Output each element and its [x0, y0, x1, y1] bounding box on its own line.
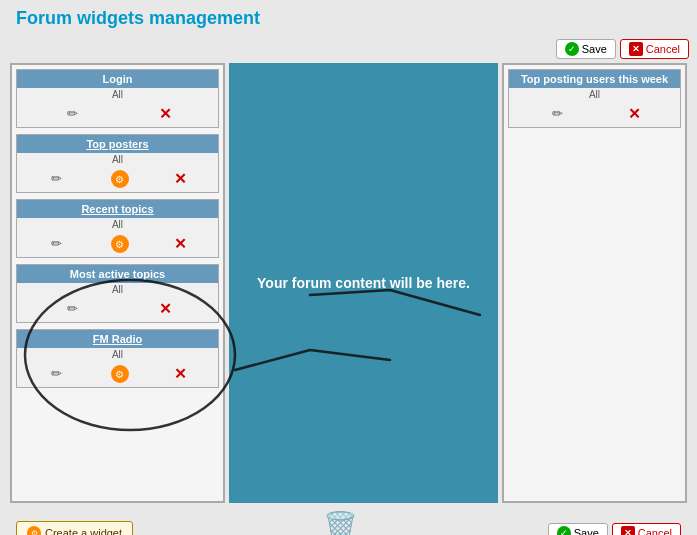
settings-icon[interactable]: ⚙ [111, 365, 129, 383]
edit-icon[interactable]: ✏ [64, 300, 82, 318]
widget-top-posters: Top posters All ✏ ⚙ ✕ [16, 134, 219, 193]
widget-login: Login All ✏ ✕ [16, 69, 219, 128]
delete-icon[interactable]: ✕ [628, 105, 641, 123]
bottom-save-button[interactable]: ✓ Save [548, 523, 608, 535]
widget-top-posters-actions: ✏ ⚙ ✕ [17, 166, 218, 192]
widget-recent-topics-header: Recent topics [17, 200, 218, 218]
create-widget-button[interactable]: ⚙ Create a widget [16, 521, 133, 535]
page-title: Forum widgets management [0, 0, 697, 35]
widget-fm-radio-actions: ✏ ⚙ ✕ [17, 361, 218, 387]
bottom-right-buttons: ✓ Save ✕ Cancel [548, 523, 681, 535]
top-bar: ✓ Save ✕ Cancel [0, 35, 697, 63]
widget-login-actions: ✏ ✕ [17, 101, 218, 127]
top-save-button[interactable]: ✓ Save [556, 39, 616, 59]
widget-most-active-topics-header: Most active topics [17, 265, 218, 283]
settings-icon[interactable]: ⚙ [111, 235, 129, 253]
basket-area: 🗑️ Basket [323, 513, 358, 535]
widget-top-posting-users-header: Top posting users this week [509, 70, 680, 88]
top-cancel-button[interactable]: ✕ Cancel [620, 39, 689, 59]
widget-recent-topics-actions: ✏ ⚙ ✕ [17, 231, 218, 257]
delete-icon[interactable]: ✕ [174, 365, 187, 383]
edit-icon[interactable]: ✏ [48, 170, 66, 188]
bottom-cancel-button[interactable]: ✕ Cancel [612, 523, 681, 535]
center-column: Your forum content will be here. [229, 63, 498, 503]
left-column: Login All ✏ ✕ Top posters All ✏ ⚙ ✕ [10, 63, 225, 503]
widget-most-active-topics-actions: ✏ ✕ [17, 296, 218, 322]
edit-icon[interactable]: ✏ [548, 105, 566, 123]
check-icon: ✓ [557, 526, 571, 535]
create-widget-icon: ⚙ [27, 526, 41, 535]
widget-top-posting-users: Top posting users this week All ✏ ✕ [508, 69, 681, 128]
widget-top-posters-header: Top posters [17, 135, 218, 153]
edit-icon[interactable]: ✏ [48, 235, 66, 253]
delete-icon[interactable]: ✕ [174, 170, 187, 188]
basket-icon: 🗑️ [323, 513, 358, 535]
edit-icon[interactable]: ✏ [48, 365, 66, 383]
x-icon: ✕ [621, 526, 635, 535]
x-icon: ✕ [629, 42, 643, 56]
delete-icon[interactable]: ✕ [159, 105, 172, 123]
bottom-bar: ⚙ Create a widget 🗑️ Basket ✓ Save ✕ Can… [0, 507, 697, 535]
edit-icon[interactable]: ✏ [64, 105, 82, 123]
settings-icon[interactable]: ⚙ [111, 170, 129, 188]
right-column: Top posting users this week All ✏ ✕ [502, 63, 687, 503]
check-icon: ✓ [565, 42, 579, 56]
delete-icon[interactable]: ✕ [159, 300, 172, 318]
main-layout: Login All ✏ ✕ Top posters All ✏ ⚙ ✕ [0, 63, 697, 503]
widget-most-active-topics: Most active topics All ✏ ✕ [16, 264, 219, 323]
widget-top-posting-users-actions: ✏ ✕ [509, 101, 680, 127]
widget-fm-radio-header: FM Radio [17, 330, 218, 348]
delete-icon[interactable]: ✕ [174, 235, 187, 253]
widget-recent-topics: Recent topics All ✏ ⚙ ✕ [16, 199, 219, 258]
widget-fm-radio: FM Radio All ✏ ⚙ ✕ [16, 329, 219, 388]
page-wrapper: Forum widgets management ✓ Save ✕ Cancel… [0, 0, 697, 535]
widget-login-header: Login [17, 70, 218, 88]
